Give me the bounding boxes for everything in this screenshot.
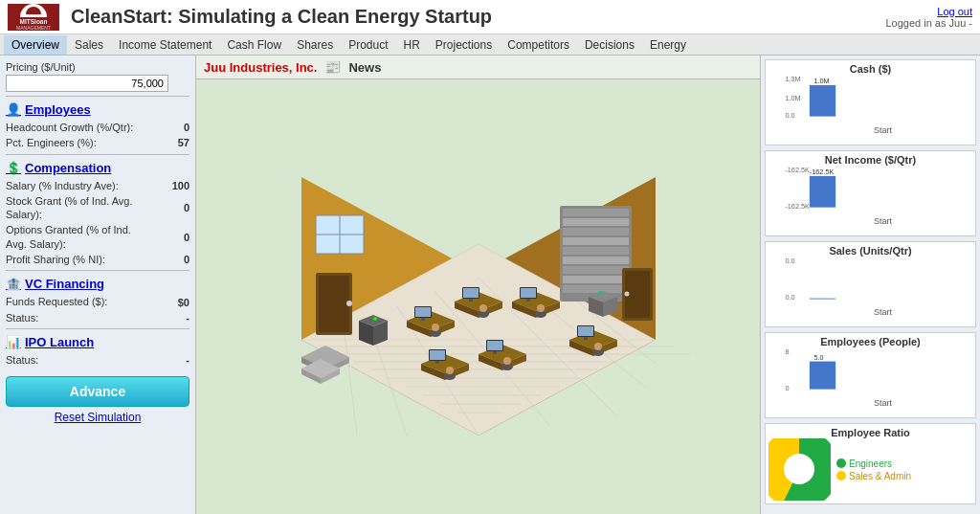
svg-text:1.0M: 1.0M [785, 94, 800, 102]
nav-product[interactable]: Product [341, 35, 395, 55]
advance-button[interactable]: Advance [6, 376, 189, 407]
svg-rect-22 [563, 209, 629, 216]
pricing-label: Pricing ($/Unit) [6, 61, 189, 73]
engineers-label: Engineers [849, 458, 892, 469]
nav-projections[interactable]: Projections [428, 35, 500, 55]
ipo-status-value: - [186, 354, 189, 366]
svg-rect-23 [563, 218, 629, 226]
nav-shares[interactable]: Shares [289, 35, 341, 55]
svg-rect-42 [421, 318, 425, 321]
svg-rect-49 [463, 288, 479, 298]
nav-income[interactable]: Income Statement [111, 35, 219, 55]
employees-section[interactable]: 👤 Employees [6, 102, 189, 117]
employees-svg: 8 0 5.0 [768, 347, 972, 395]
sales-svg: 0.0 0.0 [768, 257, 972, 304]
main-content: Pricing ($/Unit) 👤 Employees Headcount G… [0, 56, 980, 514]
engineers-dot [836, 458, 846, 468]
sales-start-label: Start [797, 307, 972, 317]
sales-chart: Sales (Units/Qtr) 0.0 0.0 Start [765, 241, 976, 327]
svg-rect-27 [563, 257, 629, 264]
svg-point-88 [373, 317, 377, 321]
sales-chart-title: Sales (Units/Qtr) [768, 245, 972, 257]
logout-link[interactable]: Log out [937, 6, 972, 17]
svg-rect-82 [584, 337, 588, 340]
app-title: CleanStart: Simulating a Clean Energy St… [71, 6, 492, 28]
vc-section[interactable]: 🏦 VC Financing [6, 277, 189, 291]
company-name: Juu Industries, Inc. [204, 60, 317, 75]
nav-decisions[interactable]: Decisions [577, 35, 642, 55]
net-income-svg: -162.5K -162.5K -162.5K [768, 166, 972, 213]
svg-rect-65 [430, 350, 445, 360]
svg-point-101 [624, 292, 629, 297]
nav-overview[interactable]: Overview [4, 35, 67, 55]
employees-chart: Employees (People) 8 0 5.0 Start [765, 332, 976, 418]
cash-chart-title: Cash ($) [768, 63, 972, 75]
ratio-legend: Engineers Sales & Admin [836, 457, 911, 483]
svg-point-76 [503, 357, 511, 365]
nav-energy[interactable]: Energy [642, 35, 694, 55]
newspaper-icon: 📰 [324, 59, 341, 75]
compensation-section[interactable]: 💲 Compensation [6, 161, 189, 175]
svg-point-84 [594, 343, 602, 350]
ratio-content: Engineers Sales & Admin [768, 438, 972, 501]
net-income-chart: Net Income ($/Qtr) -162.5K -162.5K -162.… [765, 150, 976, 236]
profit-sharing-value: 0 [184, 254, 189, 265]
svg-rect-81 [578, 326, 593, 336]
svg-rect-32 [319, 276, 349, 332]
net-income-title: Net Income ($/Qtr) [768, 154, 972, 166]
net-income-start-label: Start [797, 216, 972, 226]
funds-row: Funds Requested ($): $0 [6, 295, 189, 308]
svg-text:-162.5K: -162.5K [785, 166, 810, 174]
funds-label: Funds Requested ($): [6, 295, 107, 308]
nav-competitors[interactable]: Competitors [500, 35, 577, 55]
ipo-section[interactable]: 📊 IPO Launch [6, 335, 189, 349]
logo-text: MITSloan [20, 18, 48, 25]
nav-sales[interactable]: Sales [67, 35, 111, 55]
svg-rect-29 [563, 276, 629, 283]
vc-status-label: Status: [6, 311, 38, 324]
svg-rect-50 [469, 299, 473, 302]
svg-text:0.0: 0.0 [785, 257, 794, 265]
cash-start-label: Start [797, 125, 972, 135]
net-income-wrapper: -162.5K -162.5K -162.5K Start [768, 166, 972, 233]
funds-value: $0 [178, 297, 189, 308]
svg-text:8: 8 [785, 347, 789, 356]
stock-grant-label: Stock Grant (% of Ind. Avg. Salary): [6, 194, 140, 222]
svg-text:-162.5K: -162.5K [810, 168, 835, 176]
app-header: MITSloan MANAGEMENT CleanStart: Simulati… [0, 0, 980, 34]
office-illustration [244, 120, 713, 474]
svg-rect-58 [526, 299, 530, 302]
stock-grant-value: 0 [184, 202, 189, 213]
svg-point-68 [446, 367, 454, 374]
right-panel: Cash ($) 1.3M 1.0M 0.0 1.0M Start Net In… [760, 56, 980, 514]
svg-rect-105 [810, 85, 835, 117]
logo-sub: MANAGEMENT [16, 25, 51, 31]
pricing-input[interactable] [6, 75, 168, 92]
company-bar: Juu Industries, Inc. 📰 News [196, 56, 760, 79]
dollar-icon: 💲 [6, 161, 21, 175]
svg-text:1.3M: 1.3M [785, 75, 800, 83]
logged-in-label: Logged in as Juu - [885, 17, 972, 29]
nav-cashflow[interactable]: Cash Flow [219, 35, 289, 55]
svg-rect-66 [435, 361, 439, 364]
svg-text:1.0M: 1.0M [813, 77, 829, 85]
profit-sharing-label: Profit Sharing (% NI): [6, 253, 105, 266]
sales-admin-label: Sales & Admin [849, 471, 911, 481]
svg-rect-24 [563, 228, 629, 235]
stock-grant-row: Stock Grant (% of Ind. Avg. Salary): 0 [6, 194, 189, 222]
vc-status-value: - [186, 312, 189, 324]
reset-simulation-link[interactable]: Reset Simulation [6, 411, 189, 424]
options-label: Options Granted (% of Ind. Avg. Salary): [6, 223, 140, 251]
svg-rect-25 [563, 237, 629, 245]
svg-rect-41 [415, 307, 431, 317]
employees-chart-title: Employees (People) [768, 336, 972, 347]
sales-wrapper: 0.0 0.0 Start [768, 257, 972, 324]
employees-start-label: Start [797, 398, 972, 408]
svg-point-60 [537, 304, 545, 312]
nav-hr[interactable]: HR [396, 35, 428, 55]
vc-icon: 🏦 [6, 277, 21, 291]
svg-rect-57 [521, 288, 536, 298]
options-row: Options Granted (% of Ind. Avg. Salary):… [6, 223, 189, 251]
employees-wrapper: 8 0 5.0 Start [768, 347, 972, 414]
svg-rect-109 [810, 176, 835, 208]
